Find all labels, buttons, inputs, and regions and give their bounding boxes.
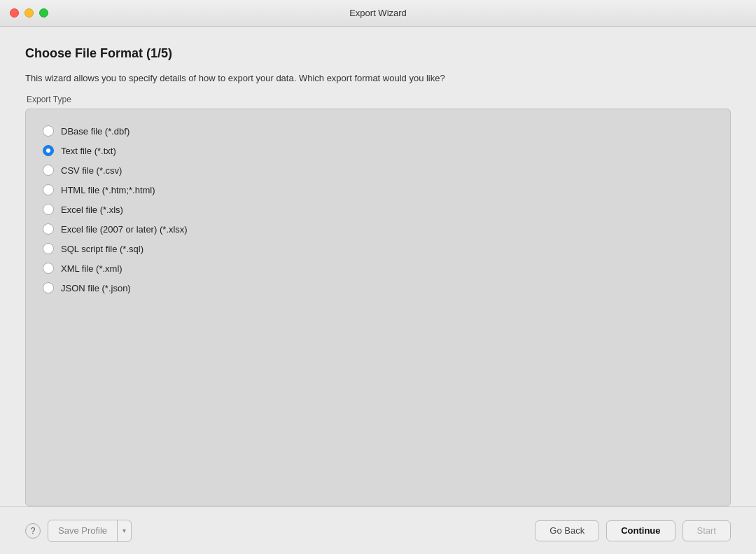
page-title: Choose File Format (1/5) (25, 46, 731, 61)
radio-option-dbf[interactable]: DBase file (*.dbf) (40, 122, 716, 140)
footer: ? Save Profile ▾ Go Back Continue Start (0, 506, 756, 554)
radio-circle-json (43, 282, 54, 293)
radio-option-txt[interactable]: Text file (*.txt) (40, 141, 716, 160)
radio-circle-xml (43, 263, 54, 274)
traffic-lights[interactable] (10, 8, 48, 18)
radio-label-xls: Excel file (*.xls) (61, 205, 123, 215)
dropdown-arrow-icon: ▾ (122, 527, 126, 534)
title-bar: Export Wizard (0, 0, 756, 27)
maximize-button[interactable] (39, 8, 48, 18)
radio-option-csv[interactable]: CSV file (*.csv) (40, 161, 716, 179)
radio-option-sql[interactable]: SQL script file (*.sql) (40, 240, 716, 258)
radio-option-xml[interactable]: XML file (*.xml) (40, 259, 716, 277)
window-title: Export Wizard (349, 8, 407, 18)
export-type-box: DBase file (*.dbf)Text file (*.txt)CSV f… (25, 109, 731, 506)
radio-circle-txt (43, 145, 54, 156)
radio-circle-sql (43, 243, 54, 254)
close-button[interactable] (10, 8, 19, 18)
radio-option-xls[interactable]: Excel file (*.xls) (40, 200, 716, 219)
radio-option-html[interactable]: HTML file (*.htm;*.html) (40, 181, 716, 199)
go-back-button[interactable]: Go Back (535, 520, 599, 541)
radio-circle-html (43, 184, 54, 195)
radio-label-dbf: DBase file (*.dbf) (61, 126, 130, 137)
radio-circle-csv (43, 165, 54, 176)
radio-circle-xlsx (43, 223, 54, 235)
radio-label-xml: XML file (*.xml) (61, 263, 122, 274)
description-text: This wizard allows you to specify detail… (25, 72, 731, 85)
radio-label-csv: CSV file (*.csv) (61, 165, 122, 176)
radio-circle-dbf (43, 125, 54, 137)
continue-button[interactable]: Continue (606, 520, 675, 541)
help-button[interactable]: ? (25, 523, 41, 539)
radio-circle-xls (43, 204, 54, 215)
radio-label-xlsx: Excel file (2007 or later) (*.xlsx) (61, 224, 188, 235)
radio-option-json[interactable]: JSON file (*.json) (40, 279, 716, 297)
save-profile-dropdown-button[interactable]: ▾ (117, 520, 131, 541)
main-content: Choose File Format (1/5) This wizard all… (0, 27, 756, 506)
start-button[interactable]: Start (682, 520, 731, 541)
radio-label-json: JSON file (*.json) (61, 283, 131, 293)
save-profile-group: Save Profile ▾ (48, 520, 132, 542)
save-profile-button[interactable]: Save Profile (48, 520, 117, 541)
radio-label-txt: Text file (*.txt) (61, 146, 116, 156)
radio-option-xlsx[interactable]: Excel file (2007 or later) (*.xlsx) (40, 220, 716, 238)
export-type-label: Export Type (27, 95, 731, 104)
radio-label-sql: SQL script file (*.sql) (61, 244, 144, 254)
radio-label-html: HTML file (*.htm;*.html) (61, 185, 155, 195)
minimize-button[interactable] (24, 8, 34, 18)
